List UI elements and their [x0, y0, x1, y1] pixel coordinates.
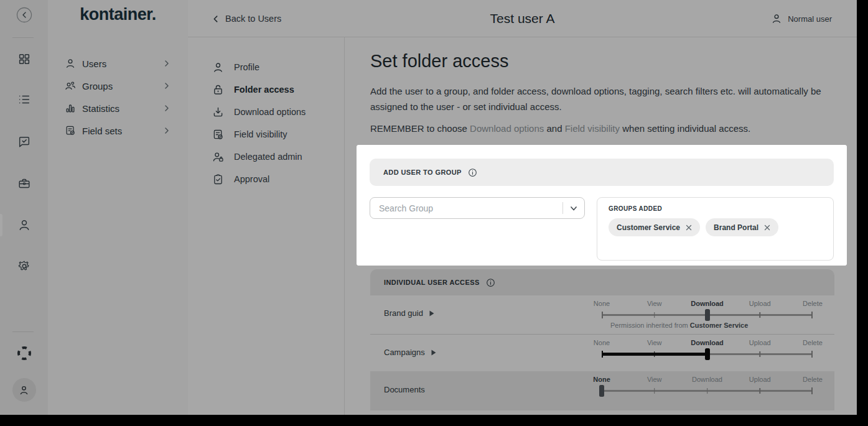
folder-row-brand-guid: Brand guid None View Download Upload Del…: [370, 295, 834, 334]
collapse-sidebar-button[interactable]: [14, 5, 34, 25]
download-options-link[interactable]: Download options: [470, 123, 544, 134]
nav-item-groups[interactable]: Groups: [48, 75, 188, 97]
groups-added-box: GROUPS ADDED Customer Service Brand Port…: [597, 197, 834, 261]
menu-item-profile[interactable]: Profile: [188, 56, 344, 78]
menu-item-delegated-admin[interactable]: Delegated admin: [188, 146, 344, 168]
dashboard-grid-icon[interactable]: [17, 52, 31, 66]
users-group-icon: [64, 80, 77, 92]
list-icon[interactable]: [17, 93, 31, 106]
app-window: kontainer. Users Groups Statistics Field…: [0, 0, 857, 415]
menu-item-approval[interactable]: Approval: [188, 168, 344, 190]
expand-folder-icon[interactable]: [429, 310, 434, 317]
page-heading: Set folder access: [370, 51, 508, 72]
settings-gear-icon[interactable]: [17, 259, 31, 273]
users-section-icon[interactable]: [17, 218, 31, 233]
chevron-down-icon[interactable]: [563, 204, 584, 213]
folder-row-campaigns: Campaigns None View Download Upload Dele…: [370, 334, 834, 371]
slider-track[interactable]: [602, 353, 813, 355]
field-visibility-link[interactable]: Field visibility: [565, 123, 620, 134]
slider-track[interactable]: [602, 314, 813, 316]
icon-rail: [0, 0, 48, 415]
bar-chart-icon: [64, 102, 77, 114]
back-to-users-link[interactable]: Back to Users: [212, 0, 281, 37]
chevron-right-icon: [163, 127, 170, 134]
kontainer-logo: kontainer.: [48, 5, 188, 24]
rail-divider-bottom: [12, 331, 34, 332]
remove-chip-icon[interactable]: [686, 225, 692, 231]
nav-item-statistics[interactable]: Statistics: [48, 97, 188, 119]
menu-item-field-visibility[interactable]: Field visibility: [188, 123, 344, 146]
download-icon: [212, 106, 225, 119]
chevron-left-icon: [212, 15, 220, 23]
folder-row-documents: Documents None View Download Upload Dele…: [370, 371, 834, 410]
info-icon[interactable]: [468, 168, 477, 177]
chevron-right-icon: [163, 60, 170, 67]
inherited-permission-note: Permission inherited from Customer Servi…: [602, 322, 813, 329]
clipboard-check-icon: [212, 173, 225, 186]
search-group-input[interactable]: [370, 203, 562, 213]
chip-label: Brand Portal: [714, 223, 758, 232]
user-lock-icon: [212, 150, 225, 164]
user-icon: [770, 12, 783, 25]
group-chip-brand-portal[interactable]: Brand Portal: [706, 218, 778, 236]
menu-item-download-options[interactable]: Download options: [188, 101, 344, 123]
chip-label: Customer Service: [617, 223, 680, 232]
permission-slider-documents[interactable]: None View Download Upload Delete: [602, 371, 813, 410]
intro-text: Add the user to a group, and folder acce…: [370, 83, 824, 114]
slider-track[interactable]: [602, 390, 813, 392]
nav-item-users[interactable]: Users: [48, 52, 188, 75]
chevron-right-icon: [163, 82, 170, 90]
message-check-icon[interactable]: [17, 135, 31, 149]
group-chip-customer-service[interactable]: Customer Service: [609, 218, 700, 236]
folder-name: Documents: [384, 385, 425, 394]
user-settings-menu: Profile Folder access Download options F…: [188, 37, 344, 415]
active-section-indicator: [0, 214, 2, 236]
nav-label: Groups: [82, 81, 113, 91]
add-user-to-group-header: ADD USER TO GROUP: [370, 159, 834, 186]
expand-folder-icon[interactable]: [431, 350, 436, 356]
slider-thumb[interactable]: [705, 309, 710, 321]
individual-user-access-header: INDIVIDUAL USER ACCESS: [370, 269, 834, 295]
nav-label: Statistics: [82, 103, 119, 114]
search-group-select[interactable]: [370, 197, 585, 219]
nav-label: Field sets: [82, 126, 122, 136]
briefcase-icon[interactable]: [17, 177, 31, 190]
folder-name: Brand guid: [384, 308, 423, 318]
chevron-right-icon: [163, 104, 170, 112]
folder-name: Campaigns: [384, 348, 425, 357]
document-check-icon: [212, 128, 225, 141]
spotlight-panel: ADD USER TO GROUP GROUPS ADDED Customer …: [357, 145, 847, 266]
menu-item-folder-access[interactable]: Folder access: [188, 78, 344, 101]
nav-label: Users: [82, 58, 106, 69]
page-title: Test user A: [188, 0, 857, 37]
individual-user-access-section: INDIVIDUAL USER ACCESS Brand guid None V…: [370, 269, 834, 410]
top-bar: Test user A Back to Users Normal user: [188, 0, 857, 37]
slider-thumb[interactable]: [705, 348, 710, 360]
groups-added-label: GROUPS ADDED: [609, 205, 662, 212]
user-icon: [212, 61, 225, 74]
lock-icon: [212, 83, 225, 96]
permission-slider-campaigns[interactable]: None View Download Upload Delete: [602, 335, 813, 371]
user-avatar[interactable]: [12, 378, 36, 402]
document-check-icon: [64, 124, 77, 137]
nav-item-field-sets[interactable]: Field sets: [48, 119, 188, 142]
info-icon[interactable]: [486, 278, 495, 287]
remove-chip-icon[interactable]: [764, 225, 770, 231]
primary-nav-panel: kontainer. Users Groups Statistics Field…: [48, 0, 188, 415]
slider-thumb[interactable]: [599, 385, 604, 397]
reminder-text: REMEMBER to choose Download options and …: [370, 123, 831, 134]
user-icon: [64, 57, 77, 70]
rail-divider-top: [12, 37, 34, 38]
permission-slider-brand-guid[interactable]: None View Download Upload Delete Permiss…: [602, 295, 813, 334]
user-role-badge[interactable]: Normal user: [770, 0, 832, 37]
help-lifebuoy-icon[interactable]: [16, 345, 32, 361]
user-role-label: Normal user: [788, 14, 832, 24]
